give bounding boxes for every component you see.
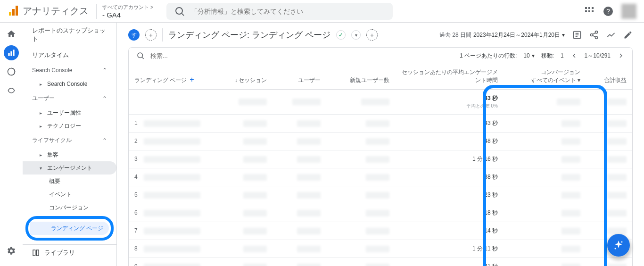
- svg-rect-10: [592, 10, 594, 12]
- status-check-icon[interactable]: ✓: [336, 30, 346, 40]
- col-revenue[interactable]: 合計収益: [586, 64, 632, 90]
- goto-value[interactable]: 1: [561, 52, 564, 59]
- caret-right-icon: ▸: [40, 152, 44, 158]
- chevron-right-icon[interactable]: [617, 52, 625, 59]
- search-input[interactable]: [191, 8, 385, 15]
- svg-rect-17: [33, 250, 35, 256]
- collapse-sidenav[interactable]: [23, 261, 116, 266]
- app-header: アナリティクス すべてのアカウント > - GA4 ?: [0, 0, 644, 23]
- table-row[interactable]: 5 23 秒: [129, 186, 632, 204]
- col-conversion[interactable]: コンバージョンすべてのイベント ▾: [504, 64, 586, 90]
- cell-avg-time: 41 秒: [395, 258, 504, 266]
- table-row[interactable]: 4 38 秒: [129, 168, 632, 186]
- table-row[interactable]: 3 1 分 16 秒: [129, 150, 632, 168]
- explore-icon[interactable]: [4, 64, 19, 79]
- col-users[interactable]: ユーザー: [272, 64, 326, 90]
- svg-rect-13: [8, 53, 9, 56]
- segment-chip-all[interactable]: す: [128, 29, 140, 41]
- svg-rect-7: [592, 7, 594, 9]
- nav-realtime[interactable]: リアルタイム: [23, 47, 116, 63]
- table-row[interactable]: 7 14 秒: [129, 222, 632, 240]
- chevron-up-icon: ⌃: [102, 95, 107, 102]
- add-dimension-icon[interactable]: +: [190, 75, 194, 83]
- rows-per-page-select[interactable]: 10▾: [523, 52, 534, 59]
- cell-avg-time: 14 秒: [395, 222, 504, 240]
- table-row[interactable]: 1 43 秒: [129, 115, 632, 133]
- caret-right-icon: ▸: [40, 110, 44, 116]
- nav-section-lifecycle[interactable]: ライフサイクル⌃: [23, 133, 116, 148]
- title-dropdown[interactable]: ▾: [351, 30, 361, 40]
- row-number: 2: [134, 138, 138, 144]
- nav-overview[interactable]: 概要: [23, 175, 116, 188]
- svg-line-26: [142, 57, 143, 58]
- svg-line-23: [593, 35, 595, 37]
- cell-avg-time: 48 秒: [395, 133, 504, 150]
- nav-section-search-console[interactable]: Search Console⌃: [23, 63, 116, 77]
- divider: [162, 28, 163, 42]
- svg-point-3: [176, 8, 182, 14]
- nav-technology[interactable]: ▸テクノロジー: [23, 119, 116, 133]
- cell-avg-time: 18 秒: [395, 204, 504, 222]
- col-landing[interactable]: ランディング ページ+: [129, 64, 214, 90]
- nav-search-console[interactable]: ▸Search Console: [23, 77, 116, 91]
- chevron-down-icon: ▾: [562, 32, 565, 38]
- chevron-left-icon[interactable]: [570, 52, 578, 59]
- period-label: 過去 28 日間: [439, 31, 471, 39]
- data-table: ランディング ページ+ ↓セッション ユーザー 新規ユーザー数 セッションあたり…: [129, 64, 632, 266]
- cell-avg-time: 43 秒: [395, 115, 504, 133]
- table-card: 1 ページあたりの行数: 10▾ 移動: 1 1～10/291 ランディング ペ…: [128, 47, 633, 266]
- col-avg-time[interactable]: セッションあたりの平均エンゲージメント時間: [395, 64, 504, 90]
- svg-rect-0: [9, 12, 11, 16]
- avatar[interactable]: [621, 4, 636, 19]
- add-segment-button[interactable]: +: [145, 29, 157, 41]
- nav-user-attr[interactable]: ▸ユーザー属性: [23, 106, 116, 119]
- svg-point-27: [621, 241, 623, 243]
- edit-icon[interactable]: [623, 30, 633, 40]
- page-title: ランディング ページ: ランディング ページ: [168, 29, 330, 41]
- chevron-up-icon: ⌃: [102, 67, 107, 74]
- rows-per-page-label: 1 ページあたりの行数:: [460, 52, 517, 60]
- advertising-icon[interactable]: [4, 83, 19, 98]
- home-icon[interactable]: [4, 26, 19, 42]
- add-card-button[interactable]: +: [366, 29, 378, 41]
- svg-line-24: [593, 33, 595, 34]
- sparkle-icon: [613, 240, 624, 251]
- chevron-down-icon: ▾: [532, 52, 535, 59]
- nav-conversion[interactable]: コンバージョン: [23, 201, 116, 214]
- svg-point-21: [591, 34, 593, 36]
- summary-row: 43 秒平均との差 0%: [129, 90, 632, 115]
- col-new-users[interactable]: 新規ユーザー数: [326, 64, 395, 90]
- settings-icon[interactable]: [4, 243, 19, 258]
- customize-icon[interactable]: [572, 30, 582, 40]
- svg-line-4: [182, 13, 184, 15]
- search-box[interactable]: [166, 3, 393, 20]
- apps-icon[interactable]: [584, 6, 595, 17]
- row-number: 4: [134, 174, 138, 180]
- table-search-input[interactable]: [150, 52, 245, 59]
- nav-section-user[interactable]: ユーザー⌃: [23, 91, 116, 106]
- reports-icon[interactable]: [4, 45, 19, 60]
- help-icon[interactable]: ?: [603, 6, 614, 17]
- account-selector[interactable]: すべてのアカウント > - GA4: [96, 4, 159, 19]
- nav-landing-page[interactable]: ランディング ページ: [30, 222, 109, 235]
- nav-events[interactable]: イベント: [23, 188, 116, 201]
- nav-snapshot[interactable]: レポートのスナップショット: [23, 23, 116, 47]
- caret-down-icon: ▾: [40, 166, 44, 171]
- nav-engagement[interactable]: ▾エンゲージメント: [23, 161, 116, 175]
- table-row[interactable]: 9 41 秒: [129, 258, 632, 266]
- table-row[interactable]: 8 1 分 11 秒: [129, 240, 632, 258]
- share-icon[interactable]: [589, 30, 599, 40]
- insights-fab[interactable]: [607, 234, 630, 257]
- table-row[interactable]: 2 48 秒: [129, 133, 632, 150]
- property-name: - GA4: [102, 11, 153, 19]
- svg-rect-18: [36, 250, 39, 256]
- svg-point-22: [595, 36, 598, 39]
- caret-right-icon: ▸: [40, 124, 44, 129]
- nav-library[interactable]: ライブラリ: [23, 244, 116, 261]
- date-range-picker[interactable]: 過去 28 日間 2023年12月24日～2024年1月20日 ▾: [439, 31, 565, 39]
- svg-rect-9: [588, 10, 590, 12]
- insights-icon[interactable]: [606, 30, 616, 40]
- table-row[interactable]: 6 18 秒: [129, 204, 632, 222]
- nav-acquisition[interactable]: ▸集客: [23, 148, 116, 161]
- col-sessions[interactable]: ↓セッション: [214, 64, 272, 90]
